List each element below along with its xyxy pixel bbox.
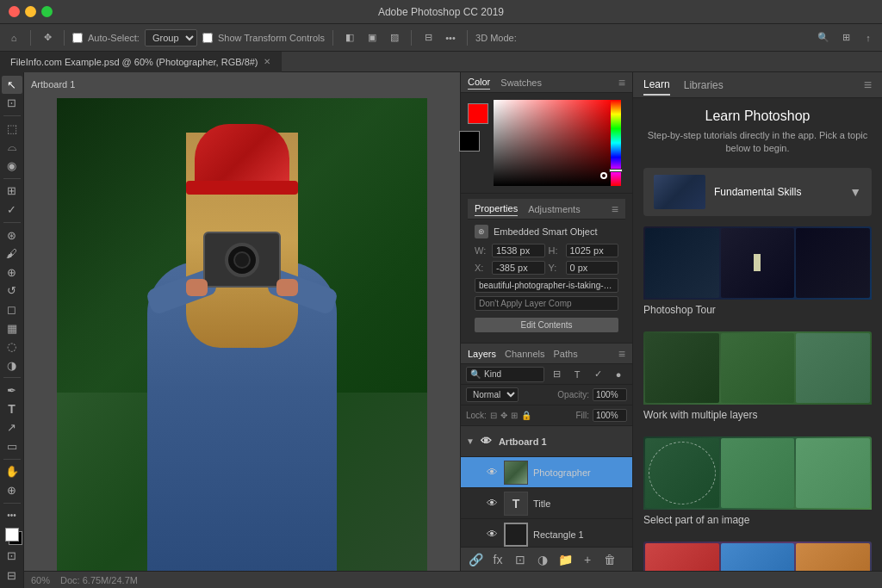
- more-tools-icon[interactable]: •••: [2, 507, 22, 525]
- adjustments-tab[interactable]: Adjustments: [528, 202, 581, 216]
- filter-smart-icon[interactable]: ✓: [589, 366, 606, 383]
- filter-toggle[interactable]: ●: [610, 366, 627, 383]
- layer-item-rectangle[interactable]: 👁 Rectangle 1: [461, 519, 632, 547]
- marquee-tool[interactable]: ⬚: [2, 120, 22, 138]
- edit-contents-button[interactable]: Edit Contents: [475, 318, 618, 332]
- layers-tab[interactable]: Layers: [468, 349, 496, 359]
- move-icon[interactable]: ✥: [39, 29, 56, 46]
- home-icon[interactable]: ⌂: [5, 29, 22, 46]
- new-fill-layer-btn[interactable]: ◑: [535, 552, 550, 567]
- opacity-input[interactable]: [593, 388, 627, 401]
- gradient-box[interactable]: [494, 100, 614, 186]
- show-transform-checkbox[interactable]: [202, 33, 213, 43]
- file-tab[interactable]: FileInfo.com Example.psd @ 60% (Photogra…: [0, 52, 282, 72]
- tutorial-card-layers[interactable]: Work with multiple layers: [643, 331, 872, 428]
- lock-artboard-icon[interactable]: ⊞: [511, 411, 518, 420]
- layer-item-title[interactable]: 👁 T Title: [461, 488, 632, 519]
- new-layer-btn[interactable]: +: [580, 552, 595, 567]
- search-icon[interactable]: 🔍: [815, 29, 832, 46]
- libraries-tab[interactable]: Libraries: [684, 76, 724, 95]
- artboard-layer-item[interactable]: ▼ 👁 Artboard 1: [461, 426, 632, 457]
- tutorial-card-photoshop-tour[interactable]: Photoshop Tour: [643, 226, 872, 323]
- text-tool[interactable]: T: [2, 400, 22, 418]
- new-group-btn[interactable]: 📁: [557, 552, 573, 567]
- hue-bar[interactable]: [611, 100, 621, 186]
- share-icon[interactable]: ↑: [860, 29, 877, 46]
- blend-mode-select[interactable]: Normal: [466, 387, 519, 402]
- foreground-color-swatch[interactable]: [468, 103, 488, 124]
- properties-tab[interactable]: Properties: [475, 201, 518, 216]
- filter-adj-icon[interactable]: T: [568, 366, 586, 383]
- healing-brush-tool[interactable]: ⊛: [2, 226, 22, 244]
- distribute-icon[interactable]: ⊟: [419, 29, 437, 46]
- close-button[interactable]: [9, 6, 20, 17]
- paths-tab[interactable]: Paths: [554, 349, 578, 359]
- gradient-picker[interactable]: [494, 100, 621, 186]
- background-color-swatch[interactable]: [459, 131, 480, 152]
- foreground-color[interactable]: [2, 526, 22, 544]
- align-center-icon[interactable]: ▣: [363, 29, 381, 46]
- lock-all-icon[interactable]: 🔒: [521, 411, 531, 420]
- tab-close-icon[interactable]: ✕: [264, 57, 270, 66]
- channels-tab[interactable]: Channels: [505, 349, 544, 359]
- learn-panel-menu[interactable]: ≡: [864, 77, 872, 93]
- properties-panel-menu[interactable]: ≡: [612, 202, 618, 216]
- artboard-expand-icon[interactable]: ▼: [466, 436, 475, 446]
- move-tool[interactable]: ↖: [2, 76, 22, 94]
- swatches-tab[interactable]: Swatches: [500, 76, 542, 90]
- crop-tool[interactable]: ⊞: [2, 183, 22, 201]
- delete-layer-btn[interactable]: 🗑: [602, 552, 618, 567]
- layer-item-photographer[interactable]: 👁 Photographer: [461, 457, 632, 488]
- maximize-button[interactable]: [41, 6, 53, 17]
- tutorial-card-select[interactable]: Select part of an image: [643, 436, 872, 533]
- width-value[interactable]: 1538 px: [492, 244, 545, 257]
- title-visibility-toggle[interactable]: 👁: [485, 497, 499, 511]
- align-left-icon[interactable]: ◧: [341, 29, 358, 46]
- blur-tool[interactable]: ◌: [2, 337, 22, 356]
- screen-mode[interactable]: ⊟: [2, 566, 22, 585]
- lock-pixels-icon[interactable]: ⊟: [490, 411, 497, 420]
- pen-tool[interactable]: ✒: [2, 381, 22, 399]
- color-tab[interactable]: Color: [468, 75, 490, 90]
- clone-stamp-tool[interactable]: ⊕: [2, 263, 22, 282]
- path-select-tool[interactable]: ↗: [2, 419, 22, 437]
- layers-panel-menu[interactable]: ≡: [618, 347, 625, 361]
- more-icon[interactable]: •••: [442, 29, 459, 46]
- artboard-tool[interactable]: ⊡: [2, 95, 22, 113]
- align-right-icon[interactable]: ▨: [386, 29, 403, 46]
- shape-tool[interactable]: ▭: [2, 437, 22, 455]
- workspace-icon[interactable]: ⊞: [837, 29, 854, 46]
- fill-input[interactable]: [593, 409, 627, 422]
- height-value[interactable]: 1025 px: [566, 244, 619, 257]
- group-select[interactable]: Group Layer: [145, 29, 197, 46]
- color-panel-menu[interactable]: ≡: [618, 76, 625, 90]
- canvas-image[interactable]: © FileInfo.com: [57, 98, 427, 571]
- quick-select-tool[interactable]: ◉: [2, 157, 22, 175]
- skills-arrow-icon[interactable]: ▼: [849, 185, 861, 199]
- zoom-tool[interactable]: ⊕: [2, 481, 22, 499]
- tutorial-card-mask[interactable]: Use a layer mask to add an object to an …: [643, 542, 872, 571]
- dodge-tool[interactable]: ◑: [2, 356, 22, 374]
- add-mask-btn[interactable]: ⊡: [512, 552, 528, 567]
- brush-tool[interactable]: 🖌: [2, 244, 22, 263]
- canvas-area[interactable]: Artboard 1: [24, 72, 460, 571]
- minimize-button[interactable]: [25, 6, 36, 17]
- add-layer-style-btn[interactable]: fx: [490, 552, 506, 567]
- rectangle-visibility-toggle[interactable]: 👁: [485, 528, 499, 542]
- eraser-tool[interactable]: ◻: [2, 300, 22, 319]
- learn-tab[interactable]: Learn: [643, 75, 670, 96]
- link-layers-btn[interactable]: 🔗: [468, 552, 483, 567]
- eyedropper-tool[interactable]: ✓: [2, 201, 22, 219]
- hand-tool[interactable]: ✋: [2, 463, 22, 481]
- quick-mask-tool[interactable]: ⊡: [2, 547, 22, 565]
- lock-position-icon[interactable]: ✥: [500, 411, 507, 420]
- layer-comp-display[interactable]: Don't Apply Layer Comp: [475, 296, 618, 311]
- x-value[interactable]: -385 px: [492, 261, 545, 275]
- lasso-tool[interactable]: ⌓: [2, 139, 22, 157]
- fundamental-skills-dropdown[interactable]: Fundamental Skills ▼: [643, 168, 872, 216]
- filter-type-icon[interactable]: ⊟: [548, 366, 565, 383]
- layer-filter[interactable]: 🔍 Kind: [466, 367, 544, 382]
- y-value[interactable]: 0 px: [566, 261, 619, 275]
- gradient-tool[interactable]: ▦: [2, 319, 22, 337]
- auto-select-checkbox[interactable]: [72, 33, 83, 43]
